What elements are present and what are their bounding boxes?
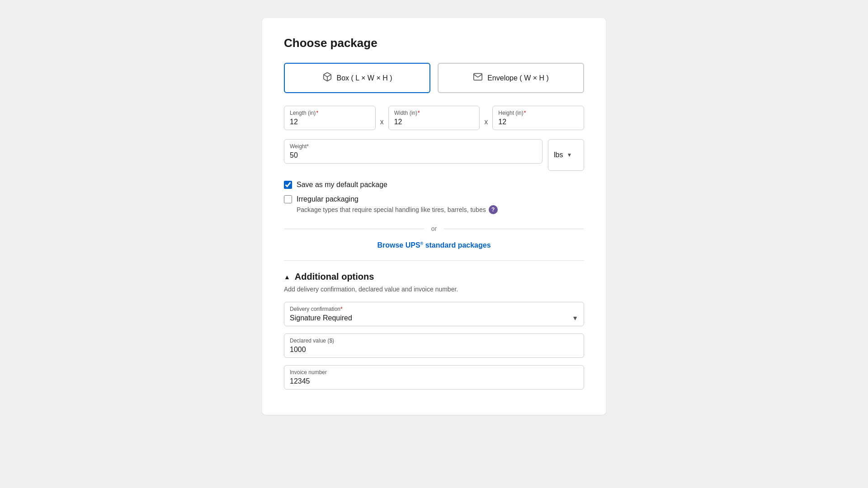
divider-line-left	[284, 229, 424, 229]
irregular-checkbox[interactable]	[284, 195, 292, 203]
width-input[interactable]	[394, 118, 474, 126]
declared-value-field: Declared value ($)	[284, 333, 584, 358]
box-label: Box ( L × W × H )	[337, 74, 392, 82]
unit-chevron-icon: ▼	[566, 152, 572, 158]
unit-select[interactable]: lbs ▼	[548, 139, 584, 171]
length-input[interactable]	[290, 118, 370, 126]
envelope-icon	[473, 72, 483, 84]
envelope-label: Envelope ( W × H )	[487, 74, 549, 82]
weight-input[interactable]	[290, 151, 537, 160]
weight-field: Weight*	[284, 139, 542, 164]
additional-options-header: ▲ Additional options	[284, 272, 584, 282]
package-type-envelope[interactable]: Envelope ( W × H )	[438, 63, 584, 93]
declared-value-label: Declared value ($)	[290, 338, 578, 344]
width-field: Width (in)*	[388, 106, 480, 130]
invoice-number-field: Invoice number	[284, 365, 584, 389]
or-divider: or	[284, 225, 584, 232]
additional-options-description: Add delivery confirmation, declared valu…	[284, 286, 584, 293]
additional-options-section: ▲ Additional options Add delivery confir…	[284, 272, 584, 389]
invoice-number-label: Invoice number	[290, 369, 578, 375]
delivery-confirmation-value: Signature Required	[290, 314, 352, 322]
weight-row: Weight* lbs ▼	[284, 139, 584, 171]
length-label: Length (in)*	[290, 110, 370, 116]
main-container: Choose package Box ( L × W × H ) Envelop…	[262, 18, 606, 415]
x-separator-1: x	[376, 118, 388, 126]
ups-link-text-before: Browse UPS	[377, 241, 420, 249]
delivery-confirmation-chevron-icon: ▼	[572, 314, 578, 322]
ups-link[interactable]: Browse UPS® standard packages	[377, 241, 491, 249]
width-label: Width (in)*	[394, 110, 474, 116]
irregular-label[interactable]: Irregular packaging	[297, 195, 359, 203]
delivery-confirmation-select[interactable]: Delivery confirmation* Signature Require…	[284, 302, 584, 326]
collapse-icon[interactable]: ▲	[284, 273, 290, 281]
save-default-label[interactable]: Save as my default package	[297, 181, 387, 189]
weight-label: Weight*	[290, 143, 537, 150]
irregular-description: Package types that require special handl…	[297, 205, 584, 214]
x-separator-2: x	[480, 118, 492, 126]
invoice-number-input[interactable]	[290, 377, 578, 385]
or-text: or	[431, 225, 437, 232]
box-icon	[322, 72, 332, 84]
divider-line-right	[444, 229, 584, 229]
delivery-confirmation-label: Delivery confirmation*	[290, 306, 578, 312]
height-label: Height (in)*	[498, 110, 578, 116]
dimensions-row: Length (in)* x Width (in)* x Height (in)…	[284, 106, 584, 130]
declared-value-input[interactable]	[290, 346, 578, 354]
ups-link-row: Browse UPS® standard packages	[284, 241, 584, 261]
help-icon[interactable]: ?	[489, 205, 498, 214]
unit-value: lbs	[554, 151, 563, 159]
package-type-box[interactable]: Box ( L × W × H )	[284, 63, 430, 93]
save-default-row: Save as my default package	[284, 181, 584, 189]
save-default-checkbox[interactable]	[284, 181, 292, 189]
ups-link-text-after: standard packages	[423, 241, 491, 249]
height-input[interactable]	[498, 118, 578, 126]
irregular-row: Irregular packaging Package types that r…	[284, 195, 584, 214]
package-type-row: Box ( L × W × H ) Envelope ( W × H )	[284, 63, 584, 93]
page-title: Choose package	[284, 36, 584, 50]
height-field: Height (in)*	[492, 106, 584, 130]
checkbox-group: Save as my default package Irregular pac…	[284, 181, 584, 214]
additional-options-title: Additional options	[295, 272, 374, 282]
length-field: Length (in)*	[284, 106, 376, 130]
delivery-confirmation-value-row: Signature Required ▼	[290, 314, 578, 322]
